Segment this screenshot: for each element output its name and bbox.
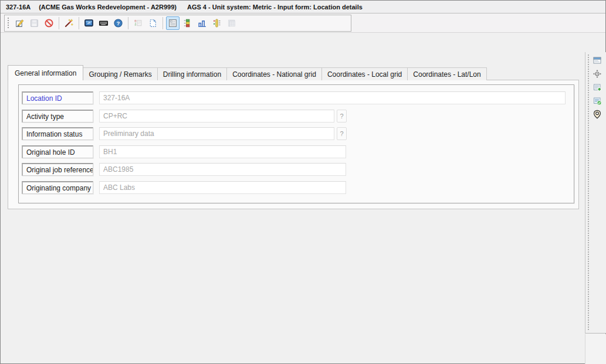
save-icon[interactable] [28,16,41,30]
app-window: 327-16A (ACME Gas Works Redevelopment - … [0,0,606,364]
toolstrip-row: ? [1,13,605,33]
borehole-icon[interactable] [210,16,224,30]
field-row-originating-company: Originating company [22,181,346,194]
tab-label: Coordinates - Local grid [327,70,402,79]
toolbar-separator [59,17,59,29]
tab-drilling-information[interactable]: Drilling information [157,67,227,80]
tab-coordinates-local-grid[interactable]: Coordinates - Local grid [321,67,408,80]
keyboard-icon[interactable] [97,16,110,30]
form-window-icon[interactable] [592,55,602,65]
original-job-reference-label: Original job reference [22,163,93,176]
form-tabs: General information Grouping / Remarks D… [8,65,487,80]
validate-record-icon[interactable] [592,96,602,106]
location-id-input[interactable] [99,91,566,104]
tab-general-information[interactable]: General information [8,65,83,80]
new-document-icon[interactable] [146,16,160,30]
activity-type-input[interactable] [99,110,334,123]
original-hole-id-input[interactable] [99,145,346,158]
chart-icon[interactable] [195,16,209,30]
title-bar: 327-16A (ACME Gas Works Redevelopment - … [1,1,605,13]
help-icon[interactable]: ? [111,16,125,30]
table-icon[interactable] [225,16,238,30]
tab-coordinates-national-grid[interactable]: Coordinates - National grid [226,67,322,80]
edit-icon[interactable] [13,16,26,30]
activity-type-help-button[interactable]: ? [337,110,347,123]
log-legend-icon[interactable] [181,16,194,30]
information-status-label: Information status [22,127,93,140]
toolbar-separator [162,17,163,29]
svg-text:?: ? [117,20,120,26]
side-toolbar-icons [592,55,602,119]
title-context: AGS 4 - Unit system: Metric - Input form… [187,4,363,11]
tab-label: General information [15,69,76,77]
form-view-icon[interactable] [166,16,180,30]
tab-label: Coordinates - Lat/Lon [413,70,480,79]
field-row-information-status: Information status ? [22,127,347,140]
side-toolbar [585,52,606,334]
tab-grouping-remarks[interactable]: Grouping / Remarks [83,67,157,80]
add-record-icon[interactable] [592,82,602,92]
location-pin-icon[interactable] [592,109,602,119]
originating-company-label: Originating company [22,181,93,194]
original-job-reference-input[interactable] [99,163,346,176]
tab-label: Drilling information [163,70,221,79]
field-row-activity-type: Activity type ? [22,110,347,123]
main-toolbar: ? [4,15,351,32]
side-toolbar-grip[interactable] [587,54,590,330]
magic-wand-icon[interactable] [62,16,76,30]
import-export-icon[interactable] [131,16,145,30]
title-location-id: 327-16A [6,4,31,11]
toolbar-separator [79,17,79,29]
tab-label: Coordinates - National grid [232,70,316,79]
tab-label: Grouping / Remarks [89,70,151,79]
toolbar-grip[interactable] [7,17,10,29]
general-information-groupbox: Location ID Activity type ? Information … [18,84,574,203]
cancel-icon[interactable] [42,16,56,30]
location-id-label: Location ID [22,91,93,104]
tab-page-general-information: Location ID Activity type ? Information … [8,80,579,209]
side-toolbar-tail [585,334,606,364]
field-row-location-id: Location ID [22,91,566,104]
originating-company-input[interactable] [99,181,346,194]
information-status-help-button[interactable]: ? [337,127,347,140]
field-row-original-job-reference: Original job reference [22,163,346,176]
screen-icon[interactable] [82,16,96,30]
crosshair-target-icon[interactable] [592,69,602,79]
field-row-original-hole-id: Original hole ID [22,145,346,158]
title-project: (ACME Gas Works Redevelopment - A2R999) [39,4,177,11]
information-status-input[interactable] [99,127,334,140]
activity-type-label: Activity type [22,110,93,123]
tab-coordinates-lat-lon[interactable]: Coordinates - Lat/Lon [407,67,486,80]
original-hole-id-label: Original hole ID [22,145,93,158]
toolbar-separator [128,17,128,29]
